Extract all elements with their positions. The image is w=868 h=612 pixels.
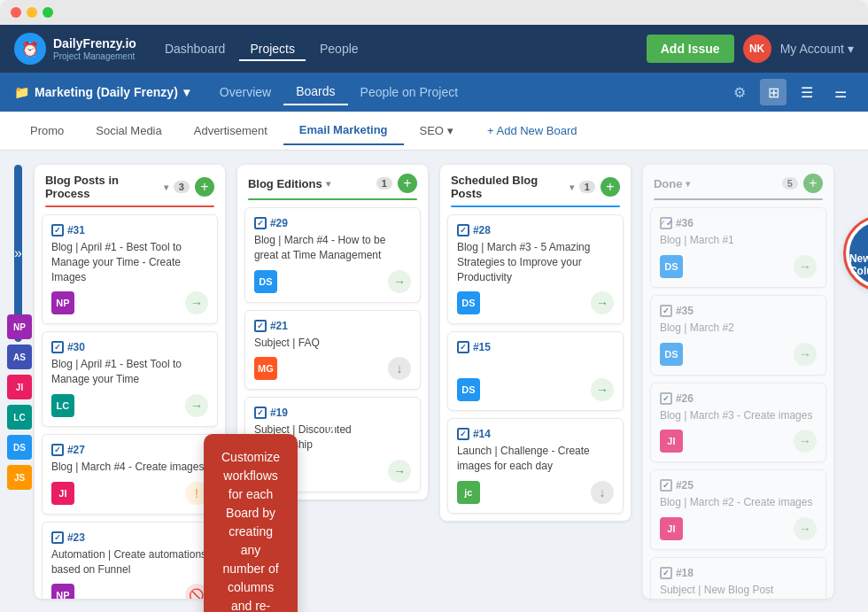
nav-people[interactable]: People [309,36,369,61]
column-count-done: 5 [782,177,798,190]
tab-seo[interactable]: SEO ▾ [404,117,469,144]
card-avatar-27: JI [51,482,74,505]
card-check-29[interactable] [254,217,267,229]
close-dot[interactable] [11,7,21,18]
maximize-dot[interactable] [43,7,53,18]
card-title-31: Blog | April #1 - Best Tool to Manage yo… [51,240,208,284]
card-18: #18 Subject | New Blog Post NP → [650,557,826,599]
card-id-28: #28 [457,224,614,236]
new-column-button[interactable]: + New Column [846,218,868,289]
tab-email-marketing[interactable]: Email Marketing [283,116,404,145]
card-check-18[interactable] [660,567,672,579]
project-nav-people[interactable]: People on Project [348,80,471,105]
card-check-31[interactable] [51,224,64,236]
card-number-27: #27 [67,444,85,456]
card-action-23[interactable]: 🚫 [185,584,208,599]
card-number-15: #15 [473,341,491,353]
sidebar-avatar-ji[interactable]: JI [7,375,32,399]
card-title-35: Blog | March #2 [660,321,817,336]
grid-view-icon[interactable]: ⊞ [760,79,787,105]
project-nav-overview[interactable]: Overview [207,80,283,105]
column-add-button-blog-editions[interactable]: + [398,174,417,193]
column-add-button-scheduled[interactable]: + [601,177,620,197]
card-check-36[interactable]: ✓ [660,217,672,229]
card-number-26: #26 [676,392,694,405]
sidebar-avatar-js[interactable]: JS [7,465,32,490]
card-check-19[interactable] [254,407,267,419]
project-title[interactable]: 📁 Marketing (Daily Frenzy) ▾ [14,85,190,99]
nav-links: Dashboard Projects People [154,36,647,61]
card-title-25: Blog | March #2 - Create images [660,495,817,510]
card-title-30: Blog | April #1 - Best Tool to Manage yo… [51,357,208,387]
card-check-25[interactable] [660,479,672,492]
card-check-27[interactable] [51,444,64,456]
user-avatar-button[interactable]: NK [743,35,771,63]
card-action-31[interactable]: → [185,291,208,314]
board-tabs: Promo Social Media Advertisement Email M… [0,112,868,151]
nav-projects[interactable]: Projects [239,36,306,61]
card-action-19[interactable]: → [388,460,411,483]
add-new-board-button[interactable]: + Add New Board [477,119,588,143]
card-action-36[interactable]: → [794,255,817,278]
sidebar-avatar-np[interactable]: NP [7,314,32,339]
column-body-done: ✓ #36 Blog | March #1 DS → #35 Blog | Ma… [643,207,833,599]
card-check-21[interactable] [254,320,267,332]
card-check-23[interactable] [51,531,64,544]
sidebar-avatar-ds[interactable]: DS [7,435,32,460]
card-action-14[interactable]: ↓ [591,481,614,504]
logo-icon: ⏰ [14,33,46,65]
card-action-25[interactable]: → [794,517,817,540]
sidebar-avatar-as[interactable]: AS [7,345,32,369]
add-issue-button[interactable]: Add Issue [647,35,734,63]
card-action-21[interactable]: ↓ [388,357,411,380]
card-action-30[interactable]: → [185,394,208,417]
card-action-35[interactable]: → [794,343,817,366]
filter-view-icon[interactable]: ⚌ [827,79,854,105]
list-view-icon[interactable]: ☰ [794,79,820,105]
card-check-28[interactable] [457,224,469,236]
column-title-scheduled: Scheduled Blog Posts ▾ [451,174,574,200]
tab-promo[interactable]: Promo [14,117,80,144]
column-dropdown-icon-editions: ▾ [326,179,330,189]
column-dropdown-icon-done: ▾ [686,179,690,189]
card-action-26[interactable]: → [794,430,817,453]
column-add-button-blog-posts[interactable]: + [195,177,214,197]
tab-social-media[interactable]: Social Media [80,117,177,144]
minimize-dot[interactable] [27,7,37,18]
card-avatar-25: JI [660,517,683,540]
column-header-scheduled: Scheduled Blog Posts ▾ 1 + [440,165,631,205]
card-action-27[interactable]: ! [185,482,208,505]
card-action-15[interactable]: → [591,378,614,401]
card-action-29[interactable]: → [388,270,411,293]
column-add-button-done[interactable]: + [803,174,823,193]
card-check-15[interactable] [457,341,469,353]
card-check-30[interactable] [51,341,64,353]
column-blog-editions: Blog Editions ▾ 1 + #29 Blog | March #4 … [237,165,428,500]
card-action-28[interactable]: → [591,291,614,314]
card-title-19: Subject | Discounted Membership [254,422,411,453]
card-footer-29: DS → [254,270,411,293]
column-title-label-scheduled: Scheduled Blog Posts [451,174,566,200]
column-title-bar-editions [248,198,417,200]
tab-advertisement[interactable]: Advertisement [178,117,283,144]
nav-dashboard[interactable]: Dashboard [154,36,236,61]
settings-icon[interactable]: ⚙ [726,79,753,105]
avatar-panel: NP AS JI LC DS JS [7,314,32,490]
card-title-26: Blog | March #3 - Create images [660,408,817,423]
sidebar-avatar-lc[interactable]: LC [7,405,32,430]
card-title-18: Subject | New Blog Post [660,583,817,598]
logo-area: ⏰ DailyFrenzy.io Project Management [14,33,136,65]
card-25: #25 Blog | March #2 - Create images JI → [650,469,826,550]
column-count-blog-editions: 1 [376,177,392,190]
card-title-21: Subject | FAQ [254,336,411,351]
card-footer-35: DS → [660,343,817,366]
card-number-36: #36 [676,217,694,229]
card-avatar-31: NP [51,291,74,314]
card-check-14[interactable] [457,428,469,440]
card-check-35[interactable] [660,305,672,317]
project-nav-boards[interactable]: Boards [283,79,347,105]
card-avatar-19: LC [254,460,277,483]
card-31: #31 Blog | April #1 - Best Tool to Manag… [42,214,218,324]
card-check-26[interactable] [660,392,672,405]
my-account-menu[interactable]: My Account ▾ [780,42,854,56]
